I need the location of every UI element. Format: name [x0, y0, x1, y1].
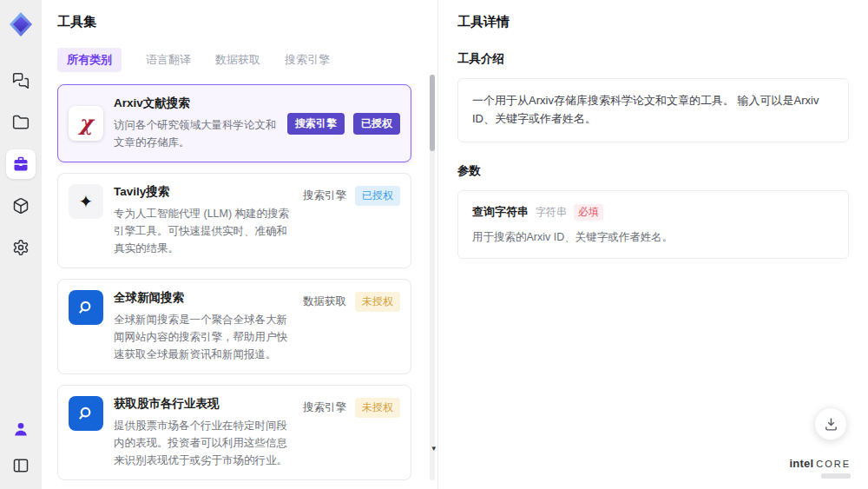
param-required-badge: 必填	[574, 204, 603, 221]
intel-core-logo: intelcore	[789, 455, 851, 479]
tool-name: 全球新闻搜索	[114, 290, 293, 306]
user-icon[interactable]	[6, 414, 36, 444]
list-scrollbar[interactable]	[430, 75, 435, 480]
scrollbar-thumb[interactable]	[430, 75, 435, 151]
folder-icon[interactable]	[6, 108, 36, 137]
star-icon: ✦	[69, 184, 103, 219]
tool-description: 全球新闻搜索是一个聚合全球各大新闻网站内容的搜索引擎，帮助用户快速获取全球最新资…	[114, 311, 293, 363]
brand-name: intel	[789, 457, 813, 470]
scroll-down-icon[interactable]: ▾	[431, 444, 436, 453]
intro-card: 一个用于从Arxiv存储库搜索科学论文和文章的工具。 输入可以是Arxiv ID…	[457, 78, 849, 142]
arxiv-icon: χ	[69, 106, 103, 141]
app-sidebar	[0, 0, 42, 489]
page-title: 工具集	[57, 14, 422, 30]
status-badge: 未授权	[355, 292, 400, 312]
tool-card-sector-performance[interactable]: 获取股市各行业表现 提供股票市场各个行业在特定时间段内的表现。投资者可以利用这些…	[57, 385, 411, 480]
chat-icon[interactable]	[6, 66, 36, 96]
tool-list-panel: 工具集 所有类别 语言翻译 数据获取 搜索引擎 χ Arxiv文献搜索 访问各个…	[42, 0, 438, 489]
search-app-icon	[69, 290, 103, 325]
category-badge: 搜索引擎	[287, 113, 345, 135]
panel-toggle-icon[interactable]	[6, 451, 36, 480]
tool-name: Tavily搜索	[114, 184, 293, 200]
tab-all-categories[interactable]: 所有类别	[57, 48, 122, 72]
status-badge: 已授权	[355, 186, 400, 206]
param-description: 用于搜索的Arxiv ID、关键字或作者姓名。	[472, 230, 834, 245]
tool-description: 提供股票市场各个行业在特定时间段内的表现。投资者可以利用这些信息来识别表现优于或…	[114, 417, 293, 469]
tool-name: 获取股市各行业表现	[114, 396, 293, 412]
tool-description: 专为人工智能代理 (LLM) 构建的搜索引擎工具。可快速提供实时、准确和真实的结…	[114, 205, 293, 257]
params-section-title: 参数	[457, 163, 849, 179]
tab-data-acquisition[interactable]: 数据获取	[215, 52, 260, 68]
status-badge: 已授权	[353, 113, 400, 135]
param-card: 查询字符串 字符串 必填 用于搜索的Arxiv ID、关键字或作者姓名。	[457, 190, 849, 259]
tool-card-arxiv[interactable]: χ Arxiv文献搜索 访问各个研究领域大量科学论文和文章的存储库。 搜索引擎 …	[57, 84, 411, 162]
intro-section-title: 工具介绍	[457, 51, 849, 67]
intro-text: 一个用于从Arxiv存储库搜索科学论文和文章的工具。 输入可以是Arxiv ID…	[472, 92, 834, 129]
category-label: 数据获取	[303, 294, 346, 309]
status-badge: 未授权	[355, 398, 400, 418]
package-icon[interactable]	[6, 191, 36, 221]
tool-description: 访问各个研究领域大量科学论文和文章的存储库。	[114, 116, 277, 151]
tab-search-engine[interactable]: 搜索引擎	[285, 52, 330, 68]
brand-line: core	[816, 459, 851, 469]
category-label: 搜索引擎	[303, 188, 346, 203]
param-name: 查询字符串	[472, 204, 529, 220]
tool-name: Arxiv文献搜索	[114, 96, 277, 111]
category-label: 搜索引擎	[303, 400, 346, 415]
category-tabs: 所有类别 语言翻译 数据获取 搜索引擎	[57, 48, 422, 72]
tool-list: χ Arxiv文献搜索 访问各个研究领域大量科学论文和文章的存储库。 搜索引擎 …	[57, 84, 422, 489]
tool-card-global-news[interactable]: 全球新闻搜索 全球新闻搜索是一个聚合全球各大新闻网站内容的搜索引擎，帮助用户快速…	[57, 279, 411, 374]
tool-card-tavily[interactable]: ✦ Tavily搜索 专为人工智能代理 (LLM) 构建的搜索引擎工具。可快速提…	[57, 173, 411, 268]
download-icon	[824, 417, 838, 432]
download-button[interactable]	[814, 407, 847, 440]
app-logo-icon	[7, 10, 35, 38]
search-app-icon	[69, 396, 103, 431]
brand-sub-mark	[821, 473, 851, 479]
toolbox-icon[interactable]	[6, 149, 36, 179]
settings-icon[interactable]	[6, 233, 36, 262]
detail-title: 工具详情	[457, 14, 849, 30]
param-type: 字符串	[536, 205, 567, 220]
tool-detail-panel: 工具详情 工具介绍 一个用于从Arxiv存储库搜索科学论文和文章的工具。 输入可…	[438, 0, 868, 489]
tab-language-translation[interactable]: 语言翻译	[146, 52, 191, 68]
